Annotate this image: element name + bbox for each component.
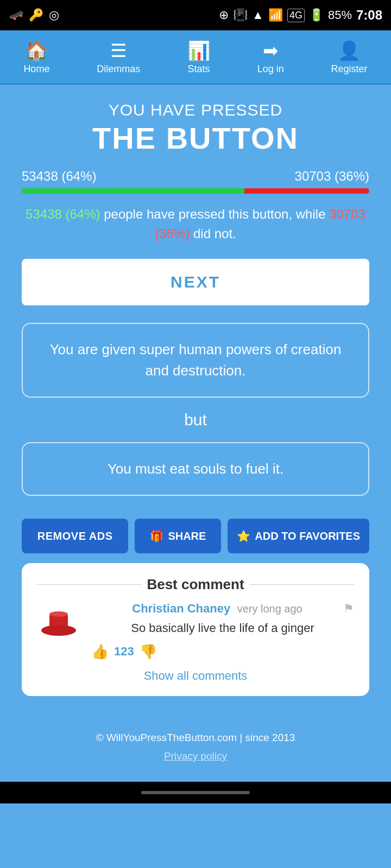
register-icon: 👤	[338, 40, 361, 61]
login-icon: ➡	[263, 40, 278, 61]
comment-content: Christian Chaney very long ago ⚑ So basi…	[91, 602, 354, 660]
nav-label-login: Log in	[257, 63, 284, 75]
consequence-box: You must eat souls to fuel it.	[22, 442, 369, 496]
privacy-policy-link[interactable]: Privacy policy	[164, 750, 227, 762]
consequence-text: You must eat souls to fuel it.	[108, 461, 283, 477]
upvote-count: 123	[114, 644, 134, 659]
comment-body: Christian Chaney very long ago ⚑ So basi…	[37, 602, 354, 660]
nav-item-stats[interactable]: 📊 Stats	[187, 40, 210, 75]
status-time: 7:08	[356, 8, 382, 23]
svg-point-3	[41, 625, 76, 636]
progress-no	[244, 188, 369, 194]
wifi-icon: ▲	[252, 8, 264, 22]
nav-item-dilemmas[interactable]: ☰ Dilemmas	[97, 40, 140, 75]
flag-icon: ⚑	[343, 602, 354, 616]
comment-author: Christian Chaney	[132, 602, 230, 615]
vibrate-icon: 📳	[233, 8, 248, 22]
comment-text: So basically live the life of a ginger	[91, 620, 354, 637]
nav-item-register[interactable]: 👤 Register	[331, 40, 368, 75]
headline-main: THE BUTTON	[22, 120, 369, 156]
footer-copyright: © WillYouPressTheButton.com | since 2013	[22, 729, 369, 747]
nav-item-home[interactable]: 🏠 Home	[23, 40, 49, 75]
home-icon: 🏠	[25, 40, 48, 61]
premise-box: You are given super human powers of crea…	[22, 323, 369, 398]
skater-icon: 🛹	[9, 8, 23, 22]
add-to-favorites-button[interactable]: ⭐ ADD TO FAVORITES	[228, 519, 369, 553]
next-button[interactable]: NEXT	[22, 259, 369, 305]
remove-ads-button[interactable]: REMOVE ADS	[22, 519, 128, 553]
nav-label-dilemmas: Dilemmas	[97, 63, 140, 75]
comment-votes: 👍 123 👎	[91, 643, 354, 660]
bottom-bar	[0, 782, 391, 803]
premise-text: You are given super human powers of crea…	[50, 341, 342, 379]
show-all-comments-link[interactable]: Show all comments	[37, 669, 354, 683]
no-stat: 30703 (36%)	[295, 169, 369, 184]
comment-time: very long ago	[237, 603, 302, 615]
list-icon: ☰	[110, 40, 127, 61]
signal-icon: 📶	[268, 8, 283, 22]
connector-text: but	[22, 411, 369, 429]
status-bar: 🛹 🔑 ◎ ⊕ 📳 ▲ 📶 4G 🔋 85% 7:08	[0, 0, 391, 30]
action-buttons: REMOVE ADS 🎁 SHARE ⭐ ADD TO FAVORITES	[22, 509, 369, 563]
star-icon: ⭐	[237, 529, 250, 542]
comment-header: Best comment	[37, 576, 354, 593]
yes-description: 53438 (64%)	[26, 207, 100, 221]
battery-percent: 85%	[328, 8, 352, 22]
nav-label-register: Register	[331, 63, 368, 75]
home-indicator	[141, 791, 250, 794]
nav-item-login[interactable]: ➡ Log in	[257, 40, 284, 75]
progress-bar	[22, 188, 369, 194]
header-line-right	[250, 584, 354, 585]
network-badge: 4G	[287, 9, 305, 22]
key-icon: 🔑	[29, 8, 43, 22]
footer: © WillYouPressTheButton.com | since 2013…	[0, 718, 391, 782]
battery-icon: 🔋	[309, 8, 324, 22]
headline-sub: YOU HAVE PRESSED	[22, 101, 369, 119]
clock-icon: ⊕	[219, 8, 229, 22]
stats-icon: 📊	[187, 40, 210, 61]
avatar	[37, 602, 80, 645]
target-icon: ◎	[49, 8, 59, 22]
comment-meta: Christian Chaney very long ago ⚑	[91, 602, 354, 616]
share-button[interactable]: 🎁 SHARE	[135, 519, 221, 553]
yes-stat: 53438 (64%)	[22, 169, 96, 184]
status-right-icons: ⊕ 📳 ▲ 📶 4G 🔋 85% 7:08	[219, 8, 382, 23]
stats-description: 53438 (64%) people have pressed this but…	[22, 205, 369, 244]
header-line-left	[37, 584, 141, 585]
comment-box: Best comment Christian Chane	[22, 563, 369, 696]
downvote-icon[interactable]: 👎	[140, 643, 157, 660]
nav-label-stats: Stats	[187, 63, 210, 75]
best-comment-title: Best comment	[147, 576, 244, 593]
status-left-icons: 🛹 🔑 ◎	[9, 8, 59, 22]
svg-point-2	[49, 611, 68, 617]
main-content: YOU HAVE PRESSED THE BUTTON 53438 (64%) …	[0, 85, 391, 718]
nav-label-home: Home	[23, 63, 49, 75]
navbar: 🏠 Home ☰ Dilemmas 📊 Stats ➡ Log in 👤 Reg…	[0, 30, 391, 85]
progress-yes	[22, 188, 244, 194]
share-icon: 🎁	[150, 529, 163, 542]
upvote-icon[interactable]: 👍	[91, 643, 109, 660]
stats-row: 53438 (64%) 30703 (36%)	[22, 169, 369, 184]
